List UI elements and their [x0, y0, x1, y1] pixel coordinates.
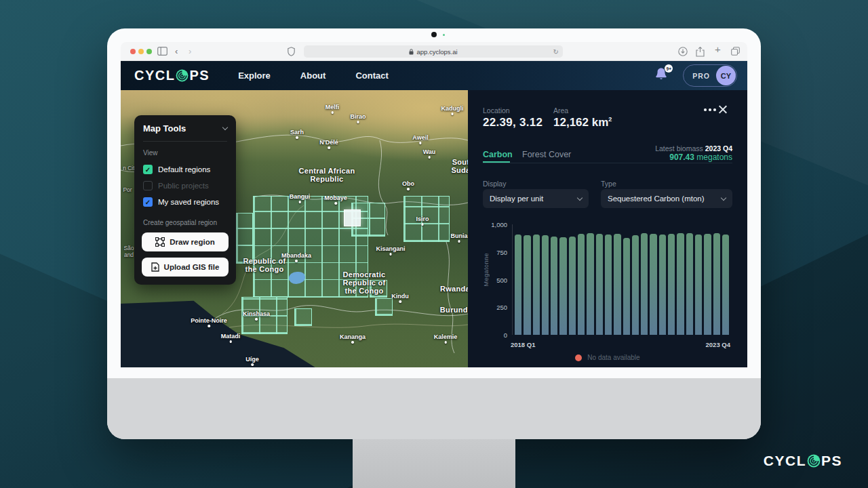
tab-forest-cover[interactable]: Forest Cover: [522, 150, 571, 159]
bar-2019-q3[interactable]: [569, 237, 576, 335]
city-label: Birao: [350, 113, 366, 123]
display-select[interactable]: Display per unit: [483, 189, 589, 208]
checkbox-empty-icon[interactable]: [143, 181, 153, 190]
lock-icon: [409, 49, 414, 55]
avatar[interactable]: CY: [716, 66, 736, 85]
bar-2021-q2[interactable]: [632, 235, 639, 335]
tab-overview-icon[interactable]: [731, 47, 740, 56]
x-axis-end-label: 2023 Q4: [706, 341, 730, 348]
map-canvas[interactable]: Central African RepublicSouth SudanRepub…: [121, 90, 468, 367]
bar-2023-q4[interactable]: [722, 235, 729, 335]
nav-link-explore[interactable]: Explore: [238, 70, 271, 81]
legend-label: No data available: [587, 354, 639, 361]
checkbox-label: My saved regions: [158, 198, 219, 206]
region-grid-overlay[interactable]: [294, 308, 312, 326]
back-icon[interactable]: ‹: [175, 47, 178, 56]
map-tools-panel: Map Tools View ✓Default regionsPublic pr…: [134, 115, 236, 285]
city-label: Kisangani: [376, 245, 405, 256]
downloads-icon[interactable]: [678, 47, 688, 56]
more-options-icon[interactable]: [704, 108, 716, 111]
bar-2021-q3[interactable]: [641, 233, 648, 335]
sidebar-icon[interactable]: [157, 47, 167, 56]
bar-2020-q3[interactable]: [605, 235, 612, 335]
address-bar[interactable]: app.cyclops.ai ↻: [304, 45, 563, 58]
bar-2022-q3[interactable]: [677, 233, 684, 335]
country-label: South Sudan: [451, 158, 468, 174]
bar-2023-q2[interactable]: [704, 234, 711, 335]
account-pill[interactable]: PRO CY: [683, 64, 737, 87]
share-icon[interactable]: [696, 47, 705, 57]
bar-2019-q4[interactable]: [578, 234, 585, 335]
checkbox-checked-icon[interactable]: ✓: [143, 197, 153, 207]
city-label: Kananga: [340, 333, 366, 344]
region-detail-panel: Location 22.39, 3.12 Area 12,162 km2 Car…: [468, 90, 747, 367]
shield-icon[interactable]: [288, 47, 295, 56]
type-select[interactable]: Sequestered Carbon (mton): [601, 189, 732, 208]
region-grid-overlay[interactable]: [236, 213, 253, 264]
country-label: Burundi: [440, 306, 468, 314]
upload-gis-file-button[interactable]: Upload GIS file: [142, 258, 229, 277]
bar-2020-q1[interactable]: [587, 233, 593, 335]
new-tab-icon[interactable]: +: [715, 45, 721, 54]
checkbox-row-my-saved-regions[interactable]: ✓My saved regions: [134, 195, 236, 211]
tab-carbon[interactable]: Carbon: [483, 150, 513, 159]
bar-2019-q1[interactable]: [551, 237, 557, 335]
bar-2023-q3[interactable]: [713, 233, 720, 335]
city-label: Matadi: [221, 333, 241, 343]
map-tools-header[interactable]: Map Tools: [134, 115, 236, 141]
location-label: Location: [483, 106, 510, 115]
bar-2018-q3[interactable]: [533, 235, 540, 335]
bar-2020-q4[interactable]: [614, 234, 620, 335]
bar-2018-q4[interactable]: [542, 235, 549, 335]
bar-2021-q4[interactable]: [650, 234, 656, 335]
bar-2022-q2[interactable]: [668, 234, 675, 335]
city-label: Obo: [402, 180, 414, 190]
bar-2018-q1[interactable]: [515, 235, 521, 335]
checkbox-row-public-projects[interactable]: Public projects: [134, 179, 236, 195]
bar-2022-q4[interactable]: [686, 233, 693, 335]
cyclops-spiral-icon: [807, 454, 821, 468]
y-tick-label: 1,000: [483, 221, 507, 228]
refresh-icon[interactable]: ↻: [553, 48, 559, 56]
city-label: Wau: [423, 148, 436, 159]
logo-text-left: CYCL: [134, 68, 175, 83]
zoom-window-button[interactable]: [146, 49, 152, 54]
nav-link-contact[interactable]: Contact: [355, 70, 388, 81]
city-label: Uíge: [245, 356, 259, 366]
desktop-background: ‹ › app.cyclops.ai ↻ + CYCL PS: [0, 0, 868, 488]
region-grid-overlay[interactable]: [375, 298, 393, 316]
bar-2020-q2[interactable]: [596, 234, 603, 335]
bar-2019-q2[interactable]: [559, 237, 566, 335]
close-window-button[interactable]: [130, 49, 136, 54]
city-label: Melfi: [326, 104, 340, 114]
city-label: Kalemie: [434, 333, 458, 344]
cyclops-spiral-icon: [176, 69, 189, 82]
country-label: Central African Republic: [299, 167, 355, 183]
location-value: 22.39, 3.12: [483, 116, 542, 129]
bar-2021-q1[interactable]: [623, 238, 630, 335]
city-label: Aweil: [412, 134, 428, 144]
close-icon[interactable]: [717, 104, 728, 115]
notifications-button[interactable]: 9+: [654, 67, 668, 84]
y-tick-label: 750: [483, 249, 507, 256]
draw-region-button[interactable]: Draw region: [142, 232, 229, 251]
monitor-chin: [107, 378, 761, 439]
bar-2018-q2[interactable]: [524, 235, 530, 335]
partial-label: São and: [123, 245, 134, 258]
minimize-window-button[interactable]: [138, 49, 144, 54]
forward-icon[interactable]: ›: [189, 47, 191, 56]
cyclops-logo[interactable]: CYCL PS: [134, 68, 210, 83]
checkbox-row-default-regions[interactable]: ✓Default regions: [134, 163, 236, 179]
checkbox-checked-icon[interactable]: ✓: [143, 165, 153, 174]
nav-link-about[interactable]: About: [300, 70, 326, 81]
app-navbar: CYCL PS ExploreAboutContact 9+ PRO CY: [121, 61, 747, 90]
url-text: app.cyclops.ai: [416, 48, 457, 56]
bar-2023-q1[interactable]: [695, 235, 702, 335]
draw-region-icon: [155, 237, 165, 247]
selected-region-cell[interactable]: [344, 209, 361, 226]
bar-2022-q1[interactable]: [659, 235, 666, 335]
area-value: 12,162 km2: [553, 116, 612, 129]
city-label: Kinshasa: [243, 310, 270, 321]
y-tick-label: 250: [483, 304, 507, 311]
create-section-label: Create geospatial region: [134, 211, 236, 232]
